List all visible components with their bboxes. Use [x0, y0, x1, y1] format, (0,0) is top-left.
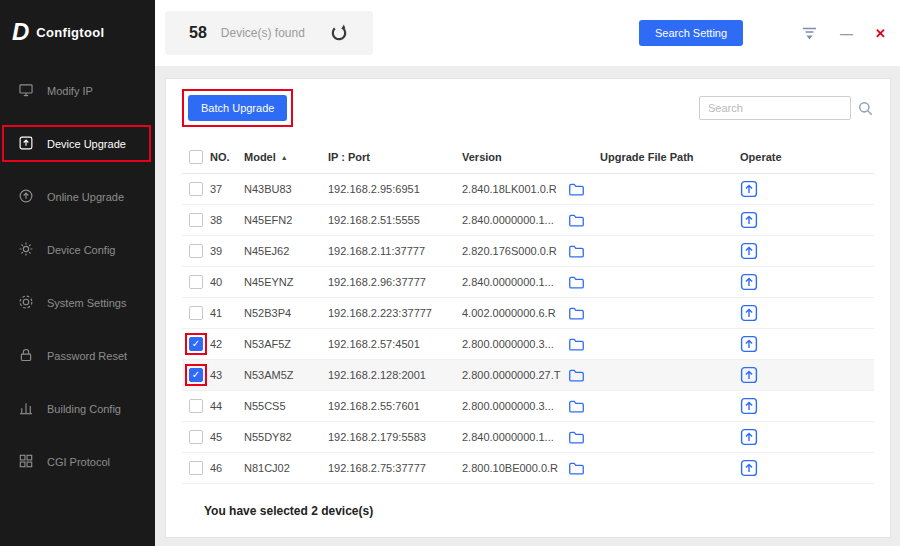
sidebar-item-building-config[interactable]: Building Config [0, 382, 155, 435]
row-ip-port: 192.168.2.95:6951 [328, 183, 462, 195]
browse-folder-icon[interactable] [568, 337, 585, 352]
row-checkbox[interactable] [189, 430, 203, 444]
upload-button[interactable] [740, 428, 758, 446]
row-checkbox[interactable] [189, 244, 203, 258]
sidebar-item-modify-ip[interactable]: Modify IP [0, 64, 155, 117]
sidebar-item-password-reset[interactable]: Password Reset [0, 329, 155, 382]
table-row: 42 N53AF5Z 192.168.2.57:4501 2.800.00000… [182, 329, 874, 360]
row-checkbox[interactable] [189, 399, 203, 413]
sidebar-item-device-upgrade[interactable]: Device Upgrade [0, 117, 155, 170]
table-row: 38 N45EFN2 192.168.2.51:5555 2.840.00000… [182, 205, 874, 236]
browse-folder-icon[interactable] [568, 275, 585, 290]
sidebar-item-label: Password Reset [47, 350, 127, 362]
row-version: 2.840.18LK001.0.R [462, 183, 568, 195]
sidebar-item-label: Device Upgrade [47, 138, 126, 150]
row-checkbox[interactable] [189, 275, 203, 289]
sidebar-item-online-upgrade[interactable]: Online Upgrade [0, 170, 155, 223]
browse-folder-icon[interactable] [568, 182, 585, 197]
sort-asc-icon[interactable]: ▲ [281, 154, 288, 161]
select-all-checkbox[interactable] [189, 150, 203, 164]
upload-button[interactable] [740, 397, 758, 415]
row-checkbox[interactable] [189, 182, 203, 196]
row-checkbox[interactable] [189, 213, 203, 227]
row-no: 37 [210, 183, 244, 195]
row-version: 2.840.0000000.1... [462, 214, 568, 226]
row-model: N45EYNZ [244, 276, 328, 288]
table-row: 41 N52B3P4 192.168.2.223:37777 4.002.000… [182, 298, 874, 329]
row-ip-port: 192.168.2.128:2001 [328, 369, 462, 381]
topbar: 58 Device(s) found Search Setting [155, 0, 900, 66]
row-version: 2.800.0000000.3... [462, 400, 568, 412]
browse-folder-icon[interactable] [568, 399, 585, 414]
topbar-right: Search Setting — ✕ [639, 20, 886, 46]
app-window: D Configtool Modify IP Device Upgrade On… [0, 0, 900, 546]
row-checkbox[interactable] [189, 368, 203, 382]
row-no: 42 [210, 338, 244, 350]
search-area [699, 96, 874, 120]
browse-folder-icon[interactable] [568, 213, 585, 228]
browse-folder-icon[interactable] [568, 430, 585, 445]
logo-icon: D [12, 20, 29, 44]
search-icon[interactable] [857, 100, 874, 117]
search-setting-button[interactable]: Search Setting [639, 20, 743, 46]
row-checkbox[interactable] [189, 461, 203, 475]
browse-folder-icon[interactable] [568, 244, 585, 259]
checkbox-annotation [185, 333, 207, 355]
device-count: 58 [189, 24, 207, 42]
checkbox-annotation [185, 178, 207, 200]
grid-icon [18, 453, 34, 471]
annotation-box: Batch Upgrade [182, 89, 293, 127]
checkbox-annotation [185, 457, 207, 479]
browse-folder-icon[interactable] [568, 368, 585, 383]
upload-button[interactable] [740, 304, 758, 322]
sidebar-menu: Modify IP Device Upgrade Online Upgrade … [0, 64, 155, 488]
checkbox-annotation [185, 209, 207, 231]
checkbox-annotation [185, 240, 207, 262]
row-version: 2.800.10BE000.0.R [462, 462, 568, 474]
upload-button[interactable] [740, 273, 758, 291]
minimize-button[interactable]: — [840, 27, 853, 40]
sidebar-item-label: Online Upgrade [47, 191, 124, 203]
batch-upgrade-button[interactable]: Batch Upgrade [188, 95, 287, 121]
header-version: Version [462, 151, 568, 163]
checkbox-annotation [185, 364, 207, 386]
monitor-icon [18, 82, 34, 100]
row-model: N55CS5 [244, 400, 328, 412]
browse-folder-icon[interactable] [568, 306, 585, 321]
sidebar-item-system-settings[interactable]: System Settings [0, 276, 155, 329]
main-area: 58 Device(s) found Search Setting [155, 0, 900, 546]
close-button[interactable]: ✕ [875, 27, 886, 40]
refresh-icon[interactable] [329, 23, 349, 43]
menu-caret-icon[interactable] [801, 26, 818, 41]
row-ip-port: 192.168.2.55:7601 [328, 400, 462, 412]
table-row: 40 N45EYNZ 192.168.2.96:37777 2.840.0000… [182, 267, 874, 298]
upload-button[interactable] [740, 335, 758, 353]
checkbox-annotation [185, 395, 207, 417]
sidebar-item-label: CGI Protocol [47, 456, 110, 468]
row-no: 44 [210, 400, 244, 412]
browse-folder-icon[interactable] [568, 461, 585, 476]
upload-button[interactable] [740, 459, 758, 477]
search-input[interactable] [699, 96, 851, 120]
padlock-icon [18, 347, 34, 365]
content-card: Batch Upgrade N [165, 78, 891, 538]
header-ip-port: IP : Port [328, 151, 462, 163]
row-ip-port: 192.168.2.179:5583 [328, 431, 462, 443]
table-body: 37 N43BU83 192.168.2.95:6951 2.840.18LK0… [182, 174, 874, 484]
app-logo: D Configtool [0, 0, 155, 64]
row-checkbox[interactable] [189, 337, 203, 351]
row-ip-port: 192.168.2.223:37777 [328, 307, 462, 319]
sidebar-item-device-config[interactable]: Device Config [0, 223, 155, 276]
upload-button[interactable] [740, 211, 758, 229]
row-checkbox[interactable] [189, 306, 203, 320]
sidebar-item-label: Device Config [47, 244, 115, 256]
row-ip-port: 192.168.2.57:4501 [328, 338, 462, 350]
upload-button[interactable] [740, 180, 758, 198]
upload-button[interactable] [740, 366, 758, 384]
row-version: 4.002.0000000.6.R [462, 307, 568, 319]
upload-button[interactable] [740, 242, 758, 260]
row-ip-port: 192.168.2.11:37777 [328, 245, 462, 257]
row-model: N43BU83 [244, 183, 328, 195]
sidebar: D Configtool Modify IP Device Upgrade On… [0, 0, 155, 546]
sidebar-item-cgi-protocol[interactable]: CGI Protocol [0, 435, 155, 488]
